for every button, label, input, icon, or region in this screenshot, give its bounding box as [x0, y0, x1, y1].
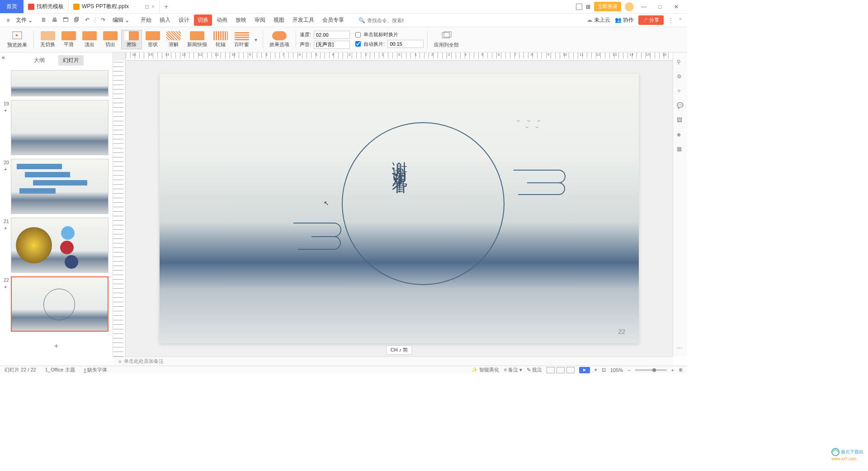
ribbon-preview[interactable]: 预览效果 — [5, 30, 30, 49]
fit-window-icon[interactable]: ⊕ — [679, 367, 683, 373]
redo-icon[interactable]: ↷ — [99, 16, 107, 24]
tab-slides[interactable]: 幻灯片 — [58, 55, 84, 66]
sound-input[interactable] — [314, 41, 350, 49]
notes-bar[interactable]: ≡ 单击此处添加备注 — [113, 357, 673, 366]
tab-member[interactable]: 会员专享 — [319, 14, 348, 26]
edit-menu[interactable]: 编辑 ⌄ — [110, 16, 132, 24]
rail-diamond-icon[interactable]: ◈ — [677, 131, 684, 138]
apps-icon[interactable]: ⊞ — [586, 4, 590, 10]
transition-dissolve[interactable]: 溶解 — [164, 30, 184, 49]
slide-thumb-20[interactable]: 20 ✦ — [5, 159, 108, 214]
notes-button[interactable]: ≡ 备注 ▾ — [504, 366, 522, 373]
transition-blinds[interactable]: 百叶窗 — [231, 30, 252, 49]
transition-erase[interactable]: 擦除 — [121, 30, 142, 49]
tab-view[interactable]: 视图 — [270, 14, 288, 26]
view-sorter[interactable] — [557, 367, 565, 373]
menubar: ≡ 文件 ⌄ 🗎 🖶 🗔 🗐 ↶ | ↷ 编辑 ⌄ 开始 插入 设计 切换 动画… — [0, 14, 687, 27]
zoom-out[interactable]: − — [627, 367, 630, 373]
transition-smooth[interactable]: 平滑 — [59, 30, 79, 49]
tab-overflow-icon[interactable]: ⊡ — [145, 4, 149, 10]
tab-outline[interactable]: 大纲 — [29, 55, 49, 66]
tab-dev[interactable]: 开发工具 — [289, 14, 318, 26]
rail-image-icon[interactable]: 🖼 — [677, 117, 684, 124]
rail-book-icon[interactable]: ▦ — [677, 146, 684, 153]
rail-more-icon[interactable]: ⋯ — [677, 345, 684, 352]
transition-shape[interactable]: 形状 — [143, 30, 163, 49]
maximize-button[interactable]: □ — [654, 4, 666, 10]
login-button[interactable]: 立即登录 — [594, 2, 621, 11]
tab-document[interactable]: WPS PPT教程.pptx ⊡ × — [69, 0, 160, 13]
minimize-button[interactable]: ― — [637, 4, 650, 10]
transition-cut[interactable]: 切出 — [100, 30, 120, 49]
slide-thumb-19[interactable]: 19 ✦ — [5, 100, 108, 155]
tab-close-icon[interactable]: × — [151, 4, 155, 10]
rail-magic-icon[interactable]: ⚲ — [677, 59, 684, 66]
close-button[interactable]: ✕ — [670, 4, 683, 10]
tab-animation[interactable]: 动画 — [213, 14, 231, 26]
save-icon[interactable]: 🗎 — [40, 16, 47, 24]
tab-home[interactable]: 首页 — [0, 0, 24, 13]
effect-options[interactable]: 效果选项 — [267, 30, 292, 49]
zoom-tool-icon[interactable]: ⊡ — [602, 367, 606, 373]
transition-fadeout[interactable]: 淡出 — [80, 30, 99, 49]
click-checkbox[interactable] — [355, 32, 361, 38]
view-normal[interactable] — [547, 367, 555, 373]
speed-input[interactable] — [314, 31, 350, 39]
auto-checkbox[interactable] — [355, 41, 361, 47]
slide-panel: « 大纲 幻灯片 19 ✦ 20 ✦ 21 ✦ 22 — [0, 52, 113, 357]
rail-star-icon[interactable]: ✧ — [677, 88, 684, 95]
comments-button[interactable]: ✎ 批注 — [527, 366, 542, 373]
slide-thumb-21[interactable]: 21 ✦ — [5, 218, 108, 273]
collapse-ribbon-icon[interactable]: ⌃ — [678, 17, 683, 24]
slideshow-dropdown[interactable]: ▾ — [594, 367, 597, 373]
undo-icon[interactable]: ↶ — [84, 16, 91, 24]
zoom-value[interactable]: 105% — [610, 367, 623, 373]
tab-play[interactable]: 放映 — [232, 14, 250, 26]
titlebar: 首页 找稻壳模板 WPS PPT教程.pptx ⊡ × + ⊞ 立即登录 ― □… — [0, 0, 687, 14]
slide: 谢谢观看！ ⌵ ⌵ ⌵ ⌵ ⌵ 22 — [160, 74, 639, 343]
tab-insert[interactable]: 插入 — [156, 14, 174, 26]
transition-comb[interactable]: 轮辐 — [211, 30, 231, 49]
auto-time-input[interactable] — [387, 40, 424, 48]
apply-all[interactable]: 应用到全部 — [431, 30, 462, 49]
print-icon[interactable]: 🖶 — [51, 16, 58, 24]
collapse-panel-icon[interactable]: « — [2, 54, 5, 61]
layout-icon-1[interactable] — [576, 4, 582, 10]
speed-label: 速度: — [300, 31, 311, 38]
tab-add[interactable]: + — [160, 3, 173, 11]
slide-viewport[interactable]: 谢谢观看！ ⌵ ⌵ ⌵ ⌵ ⌵ 22 ↖ CH ♪ 简 — [126, 61, 673, 357]
slide-thumb[interactable] — [5, 70, 108, 96]
search-box[interactable]: 🔍 — [349, 17, 585, 24]
tab-start[interactable]: 开始 — [137, 14, 155, 26]
copy-icon[interactable]: 🗐 — [73, 16, 80, 24]
tab-design[interactable]: 设计 — [175, 14, 193, 26]
more-icon[interactable]: ⋮ — [668, 17, 674, 24]
rail-chat-icon[interactable]: 💬 — [677, 102, 684, 109]
hamburger-icon[interactable]: ≡ — [5, 17, 12, 24]
add-slide-button[interactable]: + — [0, 337, 113, 356]
zoom-in[interactable]: + — [671, 367, 674, 373]
view-reading[interactable] — [566, 367, 575, 373]
preview-icon[interactable]: 🗔 — [62, 16, 69, 24]
cloud-status[interactable]: ☁ 未上云 — [587, 16, 610, 24]
beautify-button[interactable]: ✨ 智能美化 — [472, 366, 499, 373]
theme-name: 1_Office 主题 — [45, 366, 75, 373]
cloud-left-icon — [289, 214, 361, 250]
transition-news[interactable]: 新闻快报 — [184, 30, 210, 49]
avatar[interactable] — [625, 2, 634, 11]
file-menu[interactable]: 文件 ⌄ — [14, 16, 35, 24]
tab-template[interactable]: 找稻壳模板 — [24, 0, 69, 13]
birds-icon: ⌵ ⌵ ⌵ ⌵ ⌵ — [517, 117, 543, 129]
zoom-slider[interactable] — [635, 369, 667, 371]
slideshow-button[interactable]: ▶ — [579, 367, 590, 373]
tab-transition[interactable]: 切换 — [194, 14, 212, 26]
transition-more-icon[interactable]: ▾ — [253, 37, 259, 43]
rail-settings-icon[interactable]: ⚙ — [677, 73, 684, 81]
collab-button[interactable]: 👥 协作 — [615, 16, 634, 24]
slide-thumb-22[interactable]: 22 ✦ — [5, 276, 108, 332]
transition-none[interactable]: 无切换 — [38, 30, 58, 49]
share-button[interactable]: ↗ 分享 — [638, 15, 664, 25]
tab-review[interactable]: 审阅 — [251, 14, 269, 26]
missing-font[interactable]: ɪ̲ 缺失字体 — [84, 366, 107, 373]
search-input[interactable] — [367, 18, 403, 23]
